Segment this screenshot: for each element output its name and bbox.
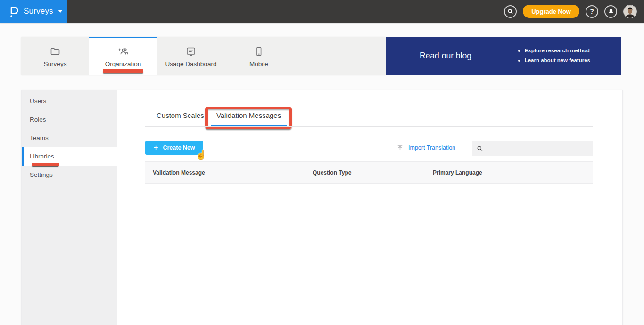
module-tab-strip: Surveys Organization Usage Dashboard (21, 37, 386, 75)
nav-tab-label: Mobile (249, 60, 268, 67)
import-translation-link[interactable]: Import Translation (396, 141, 455, 155)
banner-bullet-text: Learn about new features (525, 56, 590, 66)
product-name: Surveys (24, 7, 53, 16)
sidebar-item-label: Libraries (30, 153, 54, 160)
tab-custom-scales[interactable]: Custom Scales (151, 104, 210, 126)
sidebar-item-roles[interactable]: Roles (22, 110, 117, 129)
libraries-tabs: Custom Scales Validation Messages (151, 104, 287, 126)
column-header-primary-language: Primary Language (433, 169, 593, 176)
app-header: Surveys Upgrade Now ? (0, 0, 644, 23)
chevron-down-icon (58, 10, 63, 13)
nav-tab-label: Usage Dashboard (165, 60, 217, 67)
create-new-label: Create New (163, 144, 195, 151)
folder-icon (50, 46, 61, 57)
tab-validation-messages[interactable]: Validation Messages (211, 104, 287, 126)
help-button[interactable]: ? (586, 5, 598, 18)
banner-bullet-list: Explore research method Learn about new … (518, 46, 590, 66)
banner-bullet-item: Learn about new features (518, 56, 590, 66)
column-header-question-type: Question Type (313, 169, 433, 176)
create-new-button[interactable]: + Create New (145, 141, 203, 155)
nav-tab-label: Organization (105, 60, 141, 67)
global-search-button[interactable] (504, 5, 517, 18)
sidebar-item-libraries[interactable]: Libraries (22, 147, 117, 166)
questionpro-logo-icon (8, 5, 19, 18)
question-mark-icon: ? (590, 8, 594, 15)
mobile-icon (253, 46, 264, 57)
blog-banner[interactable]: Read our blog Explore research method Le… (386, 37, 621, 75)
import-translation-label: Import Translation (408, 144, 455, 151)
sidebar-item-users[interactable]: Users (22, 92, 117, 110)
sidebar-item-label: Teams (30, 134, 49, 142)
banner-title: Read our blog (420, 51, 471, 61)
upload-icon (396, 144, 404, 151)
bullet-dot-icon (518, 50, 520, 52)
nav-tab-surveys[interactable]: Surveys (21, 37, 89, 75)
sidebar-item-label: Roles (30, 116, 46, 123)
table-search-box[interactable] (472, 141, 593, 156)
nav-tab-label: Surveys (44, 60, 67, 67)
bell-icon (608, 8, 614, 15)
organization-sidebar: Users Roles Teams Libraries Settings (22, 90, 117, 325)
column-header-validation-message: Validation Message (153, 169, 313, 176)
sidebar-item-label: Settings (30, 171, 53, 178)
nav-tab-usage-dashboard[interactable]: Usage Dashboard (157, 37, 225, 75)
tabs-divider (145, 126, 593, 127)
plus-icon: + (153, 143, 158, 151)
nav-tab-organization[interactable]: Organization (89, 37, 157, 75)
header-actions: Upgrade Now ? (504, 5, 644, 18)
nav-tab-mobile[interactable]: Mobile (225, 37, 293, 75)
search-icon (477, 145, 483, 152)
notifications-button[interactable] (604, 5, 617, 18)
libraries-main-panel: Custom Scales Validation Messages + Crea… (117, 90, 622, 325)
tab-label: Custom Scales (157, 111, 204, 119)
sidebar-item-label: Users (30, 98, 46, 105)
top-navigation: Surveys Organization Usage Dashboard (21, 37, 623, 75)
sidebar-item-teams[interactable]: Teams (22, 129, 117, 147)
banner-bullet-text: Explore research method (525, 46, 590, 56)
product-switcher[interactable]: Surveys (0, 0, 67, 23)
annotation-underline-organization (103, 69, 143, 73)
search-icon (507, 8, 513, 15)
bullet-dot-icon (518, 60, 520, 62)
add-users-icon (117, 46, 130, 57)
validation-table-header: Validation Message Question Type Primary… (145, 161, 593, 184)
tab-label: Validation Messages (216, 111, 281, 119)
user-avatar[interactable] (623, 5, 637, 18)
banner-bullet-item: Explore research method (518, 46, 590, 56)
search-input[interactable] (487, 141, 593, 156)
dashboard-icon (185, 46, 197, 57)
upgrade-now-button[interactable]: Upgrade Now (523, 5, 579, 18)
sidebar-item-settings[interactable]: Settings (22, 166, 117, 184)
content-card: Users Roles Teams Libraries Settings Cus… (21, 90, 623, 325)
